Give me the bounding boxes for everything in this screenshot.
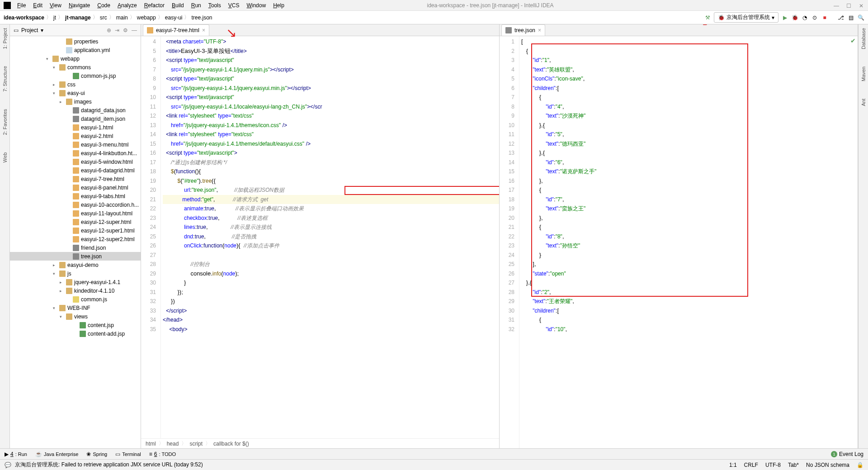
tree-item[interactable]: easyui-7-tree.html	[10, 175, 141, 183]
code-editor[interactable]: [ { "id":"1", "text":"英雄联盟", "iconCls":"…	[519, 36, 858, 448]
menu-tools[interactable]: Tools	[206, 1, 224, 9]
breadcrumb-segment[interactable]: jt	[53, 14, 56, 21]
tree-item[interactable]: ▸css	[10, 80, 141, 89]
status-speech-icon[interactable]: 💬	[5, 462, 11, 468]
breadcrumb-segment[interactable]: jt-manage	[65, 14, 91, 21]
menu-view[interactable]: View	[47, 1, 64, 9]
bottom-tab[interactable]: ▶ 4: Run	[5, 451, 27, 457]
tree-item[interactable]: datagrid_data.json	[10, 106, 141, 114]
search-icon[interactable]: 🔍	[857, 14, 864, 21]
tree-item[interactable]: easyui-5-window.html	[10, 157, 141, 166]
tree-item[interactable]: easyui-12-super2.html	[10, 235, 141, 243]
tree-item[interactable]: ▾commons	[10, 63, 141, 71]
project-panel-title[interactable]: Project	[21, 27, 38, 33]
tree-item[interactable]: easyui-9-tabs.html	[10, 192, 141, 200]
tool-tab-ant[interactable]: Ant	[861, 97, 866, 108]
tree-item[interactable]: ▸easyui-demo	[10, 261, 141, 269]
menu-run[interactable]: Run	[189, 1, 204, 9]
run-configuration[interactable]: 🐞 京淘后台管理系统 ▾	[714, 12, 778, 23]
project-tree[interactable]: propertiesapplication.yml▾webapp▾commons…	[10, 36, 141, 448]
tree-item[interactable]: common-js.jsp	[10, 71, 141, 80]
tool-tab-database[interactable]: Database	[861, 26, 866, 51]
maximize-icon[interactable]: ☐	[846, 3, 852, 8]
editor-breadcrumb-segment[interactable]: callback for $()	[213, 441, 249, 447]
editor-breadcrumb-segment[interactable]: script	[189, 441, 203, 447]
tree-item[interactable]: application.yml	[10, 46, 141, 54]
status-cell[interactable]: Tab*	[788, 462, 799, 468]
status-cell[interactable]: 1:1	[729, 462, 737, 468]
tool-tab-maven[interactable]: Maven	[861, 65, 866, 83]
breadcrumb-segment[interactable]: idea-workspace	[4, 14, 44, 21]
tree-item[interactable]: easyui-10-accordion.h...	[10, 200, 141, 209]
editor-breadcrumb[interactable]: html〉head〉script〉callback for $()	[141, 438, 499, 448]
tree-item[interactable]: datagrid_item.json	[10, 114, 141, 123]
breadcrumb-segment[interactable]: main	[116, 14, 128, 21]
bottom-tab[interactable]: ≡ 6: TODO	[149, 451, 176, 457]
tree-item[interactable]: easyui-2.html	[10, 132, 141, 140]
menu-edit[interactable]: Edit	[30, 1, 45, 9]
stop-icon[interactable]: ■	[821, 14, 828, 21]
status-cell[interactable]: UTF-8	[765, 462, 781, 468]
lock-icon[interactable]: 🔒	[857, 462, 863, 468]
debug-icon[interactable]: 🐞	[791, 14, 798, 21]
breadcrumb-segment[interactable]: tree.json	[191, 14, 212, 21]
tree-item[interactable]: easyui-4-linkbutton.ht...	[10, 149, 141, 157]
editor-breadcrumb-segment[interactable]: head	[167, 441, 179, 447]
menu-file[interactable]: File	[14, 1, 28, 9]
close-tab-icon[interactable]: ×	[538, 27, 541, 33]
tree-item[interactable]: ▸images	[10, 97, 141, 106]
minimize-icon[interactable]: —	[834, 3, 839, 8]
structure-icon[interactable]: ▤	[847, 14, 854, 21]
close-icon[interactable]: ✕	[859, 3, 864, 8]
tree-item[interactable]: content.jsp	[10, 321, 141, 329]
menu-window[interactable]: Window	[244, 1, 269, 9]
tree-item[interactable]: content-add.jsp	[10, 329, 141, 338]
status-cell[interactable]: CRLF	[744, 462, 758, 468]
tree-item[interactable]: easyui-11-layout.html	[10, 209, 141, 218]
tree-item[interactable]: easyui-1.html	[10, 123, 141, 132]
tree-item[interactable]: tree.json	[10, 252, 141, 261]
tree-item[interactable]: ▸kindeditor-4.1.10	[10, 286, 141, 295]
gear-icon[interactable]: ⚙	[123, 27, 128, 33]
tool-tab-project[interactable]: 1: Project	[2, 26, 8, 51]
menu-help[interactable]: Help	[270, 1, 287, 9]
tool-tab-web[interactable]: Web	[2, 151, 8, 164]
menu-vcs[interactable]: VCS	[226, 1, 242, 9]
editor-breadcrumb-segment[interactable]: html	[146, 441, 156, 447]
tree-item[interactable]: easyui-12-super1.html	[10, 226, 141, 235]
bottom-tab[interactable]: ❀ Spring	[86, 451, 107, 457]
run-icon[interactable]: ▶	[781, 14, 788, 21]
menu-navigate[interactable]: Navigate	[66, 1, 93, 9]
tree-item[interactable]: ▾easy-ui	[10, 89, 141, 97]
bottom-tab[interactable]: ▭ Terminal	[115, 451, 141, 457]
tool-tab-favorites[interactable]: 2: Favorites	[2, 107, 8, 137]
tree-item[interactable]: easyui-6-datagrid.html	[10, 166, 141, 175]
hide-icon[interactable]: —	[132, 27, 137, 33]
project-dropdown-icon[interactable]: ▭	[14, 27, 19, 33]
breadcrumb-segment[interactable]: src	[100, 14, 107, 21]
target-icon[interactable]: ⊕	[107, 27, 111, 33]
editor-tab-json[interactable]: tree.json ×	[501, 24, 545, 36]
tree-item[interactable]: ▸jquery-easyui-1.4.1	[10, 278, 141, 286]
breadcrumb-segment[interactable]: easy-ui	[165, 14, 183, 21]
event-log[interactable]: 1 Event Log	[831, 451, 863, 457]
bottom-tab[interactable]: ☕ Java Enterprise	[35, 451, 78, 457]
tree-item[interactable]: ▾webapp	[10, 54, 141, 63]
code-editor[interactable]: <meta charset="UTF-8"> <title>EasyUI-3-菜…	[161, 36, 499, 438]
tree-item[interactable]: common.js	[10, 295, 141, 304]
tree-item[interactable]: friend.json	[10, 243, 141, 252]
git-icon[interactable]: ⎇	[837, 14, 844, 21]
profile-icon[interactable]: ⊙	[811, 14, 818, 21]
tree-item[interactable]: ▾js	[10, 269, 141, 278]
tree-item[interactable]: easyui-12-super.html	[10, 218, 141, 226]
tree-item[interactable]: easyui-8-panel.html	[10, 183, 141, 192]
editor-tab-html[interactable]: easyui-7-tree.html ×	[143, 24, 209, 36]
coverage-icon[interactable]: ◔	[801, 14, 808, 21]
breadcrumb[interactable]: idea-workspace〉jt〉jt-manage〉src〉main〉web…	[4, 14, 212, 21]
breadcrumb-segment[interactable]: webapp	[137, 14, 156, 21]
tool-tab-structure[interactable]: 7: Structure	[2, 64, 8, 94]
tree-item[interactable]: properties	[10, 37, 141, 46]
tree-item[interactable]: ▾views	[10, 312, 141, 321]
menu-code[interactable]: Code	[94, 1, 113, 9]
menu-refactor[interactable]: Refactor	[142, 1, 167, 9]
